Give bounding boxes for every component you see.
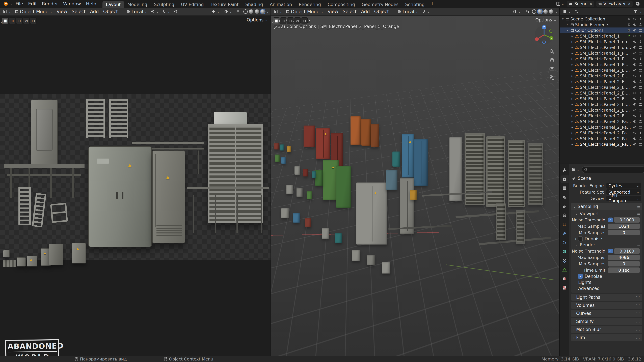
3d-object-small-box[interactable]: ▲	[72, 243, 86, 264]
properties-tab-scene[interactable]	[560, 203, 568, 210]
expand-arrow-icon[interactable]: ▸	[570, 125, 574, 129]
disable-in-render-camera-icon[interactable]	[638, 125, 643, 129]
3d-object-terminal-strip[interactable]	[3, 260, 16, 267]
3d-object-small-box[interactable]: ▲	[27, 256, 37, 267]
3d-object[interactable]: ▲	[316, 128, 330, 159]
disable-in-render-camera-icon[interactable]	[638, 34, 643, 38]
3d-object[interactable]	[528, 143, 544, 205]
render-engine-dropdown[interactable]: Cycles⌄	[606, 183, 641, 189]
snap-magnet-button[interactable]: ⌄	[420, 8, 432, 15]
editor-type-button[interactable]: ⌄	[1, 8, 13, 15]
hide-in-viewport-eye-icon[interactable]	[632, 57, 637, 60]
outliner-row[interactable]: ▸SM_ElectricPanel_1_Platform_f	[560, 50, 644, 56]
properties-tab-physics[interactable]	[560, 248, 568, 255]
properties-tab-render[interactable]	[560, 175, 568, 183]
outliner-row[interactable]: ▸SM_ElectricPanel_2_Panel_1	[560, 119, 644, 124]
viewlayer-selector[interactable]: ViewLayer ×	[596, 1, 632, 7]
hide-in-viewport-eye-icon[interactable]	[632, 68, 637, 72]
expand-arrow-icon[interactable]: ▸	[570, 143, 574, 146]
mode-select-dropdown[interactable]: Object Mode ⌄	[13, 8, 54, 15]
select-mode-new-button[interactable]: ▣	[2, 17, 8, 24]
outliner-row[interactable]: ▸SM_ElectricPanel_1_Platform_v	[560, 62, 644, 67]
zoom-icon[interactable]	[549, 49, 555, 54]
select-mode-extend-button[interactable]: ⊞	[9, 17, 16, 24]
3d-object[interactable]	[287, 146, 291, 152]
hide-in-viewport-eye-icon[interactable]	[632, 86, 637, 89]
properties-tab-object-data[interactable]	[560, 266, 568, 273]
select-mode-subtract-button[interactable]: ⊟	[287, 17, 294, 24]
expand-arrow-icon[interactable]: ▾	[565, 29, 570, 32]
number-field[interactable]: 0.1000	[614, 217, 640, 223]
shading-solid-button[interactable]	[538, 9, 542, 14]
outliner-row[interactable]: ▸SM_ElectricPanel_2_Element_6	[560, 96, 644, 102]
panel-presets-icon[interactable]: ≡	[637, 204, 640, 209]
shading-rendered-button[interactable]	[260, 9, 265, 14]
expand-arrow-icon[interactable]: ▸	[570, 51, 574, 55]
expand-arrow-icon[interactable]: ▸	[570, 68, 574, 72]
disable-in-render-camera-icon[interactable]	[638, 86, 643, 89]
show-overlays-button[interactable]: ⌄	[511, 8, 522, 15]
disable-in-render-camera-icon[interactable]	[638, 29, 643, 32]
3d-object[interactable]	[371, 124, 379, 147]
expand-arrow-icon[interactable]: ▸	[570, 86, 574, 89]
expand-arrow-icon[interactable]: ▸	[570, 34, 574, 38]
3d-object-small-box[interactable]	[3, 250, 10, 257]
3d-object[interactable]	[400, 178, 414, 234]
expand-arrow-icon[interactable]: ▸	[570, 114, 574, 117]
expand-arrow-icon[interactable]: ▸	[570, 46, 574, 49]
collection-checkbox-icon[interactable]	[626, 29, 632, 32]
outliner-row[interactable]: ▸SM_ElectricPanel_2_Element_9	[560, 113, 644, 119]
hide-in-viewport-eye-icon[interactable]	[632, 34, 637, 38]
viewport-denoise-header[interactable]: › Denoise	[571, 236, 642, 242]
expand-arrow-icon[interactable]: ▸	[570, 74, 574, 78]
expand-arrow-icon[interactable]: ▸	[570, 91, 574, 95]
workspace-tab-layout[interactable]: Layout	[102, 1, 124, 8]
3d-object[interactable]: ▲	[356, 183, 388, 245]
3d-object[interactable]	[274, 143, 279, 149]
hide-in-viewport-eye-icon[interactable]	[632, 137, 637, 140]
3d-object[interactable]	[335, 233, 342, 243]
3d-object[interactable]	[296, 188, 302, 197]
3d-object[interactable]	[352, 250, 360, 261]
shading-solid-button[interactable]	[249, 9, 254, 14]
shading-options-chevron-icon[interactable]: ⌄	[266, 10, 269, 13]
lights-subpanel-header[interactable]: › Lights	[571, 279, 642, 285]
3d-object[interactable]	[508, 140, 525, 207]
3d-object[interactable]	[392, 151, 400, 167]
advanced-subpanel-header[interactable]: › Advanced	[571, 285, 642, 292]
menu-render[interactable]: Render	[40, 0, 60, 8]
properties-tab-view-layer[interactable]	[560, 194, 568, 201]
vp-menu-select[interactable]: Select	[340, 8, 359, 15]
breadcrumb-scene[interactable]: Scene	[578, 176, 591, 181]
properties-tab-object[interactable]	[560, 221, 568, 228]
expand-arrow-icon[interactable]: ▸	[570, 103, 574, 106]
render-denoise-header[interactable]: › ✓ Denoise	[571, 273, 642, 279]
menu-file[interactable]: File	[13, 0, 26, 8]
tool-options-button[interactable]: Options⌄	[535, 17, 556, 22]
3d-object-small-box[interactable]	[17, 257, 26, 267]
outliner-row[interactable]: ▸SM_ElectricPanel_2_Element_4	[560, 84, 644, 90]
hide-in-viewport-eye-icon[interactable]	[632, 46, 637, 49]
shading-material-button[interactable]	[544, 9, 548, 14]
workspace-tab-modeling[interactable]: Modeling	[124, 1, 150, 8]
show-gizmo-button[interactable]: ⌄	[210, 8, 221, 15]
disable-in-render-camera-icon[interactable]	[638, 74, 643, 78]
3d-object[interactable]	[464, 133, 485, 205]
3d-object[interactable]	[450, 137, 462, 201]
outliner-row[interactable]: ▸Studio Elements	[560, 22, 644, 27]
expand-arrow-icon[interactable]: ▸	[570, 120, 574, 123]
hide-in-viewport-eye-icon[interactable]	[632, 29, 637, 32]
3d-object[interactable]	[386, 170, 398, 190]
disable-in-render-camera-icon[interactable]	[638, 23, 643, 26]
select-mode-invert-button[interactable]: ⊠	[23, 17, 30, 24]
disable-in-render-camera-icon[interactable]	[638, 137, 643, 140]
properties-tab-material[interactable]	[560, 275, 568, 282]
number-field[interactable]: 0	[608, 261, 640, 267]
xray-toggle-button[interactable]	[524, 8, 531, 15]
scene-unlink-icon[interactable]: ×	[589, 1, 593, 6]
prop-checkbox[interactable]: ✓	[608, 218, 613, 222]
add-workspace-button[interactable]: +	[428, 0, 436, 8]
transform-orientation-dropdown[interactable]: Local ⌄	[396, 8, 420, 15]
hide-in-viewport-eye-icon[interactable]	[632, 63, 637, 66]
3d-object[interactable]	[410, 190, 416, 200]
